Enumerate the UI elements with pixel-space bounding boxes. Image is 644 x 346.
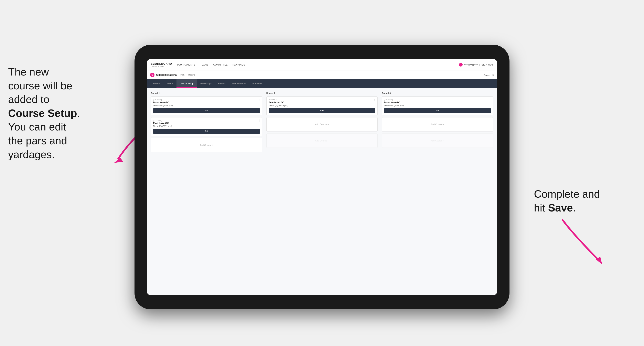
- top-nav-right: blair@clippd.io | Sign out: [459, 63, 493, 67]
- sign-out-link[interactable]: Sign out: [482, 63, 493, 67]
- round1-course-a-details: Yellow (M) (6629 yds): [153, 104, 260, 107]
- round1-course-b-card: ⋮ (Course B) East Lake GC Black (M) (689…: [151, 117, 262, 136]
- left-annotation: The new course will be added to Course S…: [8, 65, 94, 162]
- round-2-column: Round 2 ⋮ (Course A) Peachtree GC Yellow…: [266, 92, 378, 154]
- round2-add-course-button[interactable]: Add Course +: [266, 117, 378, 132]
- nav-teams[interactable]: TEAMS: [200, 63, 208, 67]
- round2-add-course-disabled-label: Add Course +: [315, 139, 329, 142]
- course-a-menu-icon[interactable]: ⋮: [258, 98, 260, 101]
- round3-add-course-button[interactable]: Add Course +: [382, 117, 493, 132]
- round2-add-course-disabled: Add Course +: [266, 134, 378, 148]
- tab-printables[interactable]: Printables: [249, 79, 266, 88]
- tab-results[interactable]: Results: [215, 79, 229, 88]
- user-email: blair@clippd.io: [464, 63, 478, 66]
- user-avatar: [459, 63, 462, 67]
- round1-course-b-edit-button[interactable]: Edit: [153, 129, 260, 134]
- round-3-label: Round 3: [382, 92, 493, 94]
- round1-course-b-details: Black (M) (6891 yds): [153, 125, 260, 127]
- tab-leaderboards[interactable]: Leaderboards: [229, 79, 249, 88]
- tablet-device: SCOREBOARD Powered by clippd TOURNAMENTS…: [134, 45, 510, 309]
- clippd-icon: C: [150, 73, 154, 77]
- round-3-column: Round 3 ⋮ (Course A) Peachtree GC Yellow…: [382, 92, 493, 154]
- tab-bar: Details Teams Course Setup Tee Groups Re…: [147, 79, 497, 88]
- round3-add-course-disabled-label: Add Course +: [430, 139, 444, 142]
- tournament-gender: (Men): [180, 74, 185, 76]
- round1-add-course-button[interactable]: Add Course +: [151, 138, 262, 152]
- round3-course-a-name: Peachtree GC: [384, 101, 491, 104]
- round3-course-a-tag: (Course A): [384, 99, 491, 101]
- round2-course-a-edit-button[interactable]: Edit: [268, 108, 376, 113]
- right-annotation: Complete and hit Save.: [534, 187, 620, 215]
- tab-course-setup[interactable]: Course Setup: [176, 79, 197, 88]
- tablet-screen: SCOREBOARD Powered by clippd TOURNAMENTS…: [147, 59, 497, 295]
- tab-tee-groups[interactable]: Tee Groups: [197, 79, 215, 88]
- tournament-title: C Clippd Invitational (Men) Hosting: [150, 73, 195, 77]
- tab-teams[interactable]: Teams: [164, 79, 176, 88]
- scoreboard-logo: SCOREBOARD Powered by clippd: [151, 62, 172, 67]
- main-content: Round 1 ⋮ (Course A) Peachtree GC Yellow…: [147, 88, 497, 295]
- round2-course-a-card: ⋮ (Course A) Peachtree GC Yellow (M) (66…: [266, 96, 378, 115]
- round2-course-a-details: Yellow (M) (6629 yds): [268, 104, 376, 107]
- tournament-name: Clippd Invitational: [156, 73, 177, 76]
- hosting-badge: Hosting: [188, 74, 195, 76]
- nav-committee[interactable]: COMMITTEE: [214, 63, 228, 67]
- top-nav: SCOREBOARD Powered by clippd TOURNAMENTS…: [147, 59, 497, 70]
- round-1-label: Round 1: [151, 92, 262, 94]
- nav-tournaments[interactable]: TOURNAMENTS: [177, 63, 195, 67]
- cancel-button[interactable]: Cancel ✕: [484, 73, 494, 77]
- round2-add-course-label: Add Course +: [315, 123, 329, 126]
- sub-nav: C Clippd Invitational (Men) Hosting Canc…: [147, 70, 497, 79]
- round2-course-a-tag: (Course A): [268, 99, 376, 101]
- round1-course-a-name: Peachtree GC: [153, 101, 260, 104]
- nav-rankings[interactable]: RANKINGS: [232, 63, 245, 67]
- round3-add-course-disabled: Add Course +: [382, 134, 493, 148]
- rounds-grid: Round 1 ⋮ (Course A) Peachtree GC Yellow…: [151, 92, 493, 154]
- separator: |: [479, 63, 480, 66]
- top-nav-links: TOURNAMENTS TEAMS COMMITTEE RANKINGS: [177, 63, 459, 67]
- round1-course-b-name: East Lake GC: [153, 122, 260, 125]
- round3-add-course-label: Add Course +: [430, 123, 444, 126]
- round1-course-b-tag: (Course B): [153, 120, 260, 122]
- round-1-column: Round 1 ⋮ (Course A) Peachtree GC Yellow…: [151, 92, 262, 154]
- round2-course-a-name: Peachtree GC: [268, 101, 376, 104]
- round3-course-a-edit-button[interactable]: Edit: [384, 108, 491, 113]
- round3-course-a-card: ⋮ (Course A) Peachtree GC Yellow (M) (66…: [382, 96, 493, 115]
- round1-course-a-card: ⋮ (Course A) Peachtree GC Yellow (M) (66…: [151, 96, 262, 115]
- tab-details[interactable]: Details: [150, 79, 164, 88]
- logo-sub-text: Powered by clippd: [151, 65, 172, 67]
- round1-course-a-edit-button[interactable]: Edit: [153, 108, 260, 113]
- round-2-label: Round 2: [266, 92, 378, 94]
- right-arrow-icon: [554, 216, 616, 269]
- course-b-menu-icon[interactable]: ⋮: [258, 119, 260, 122]
- round3-course-a-details: Yellow (M) (6629 yds): [384, 104, 491, 107]
- round1-course-a-tag: (Course A): [153, 99, 260, 101]
- round2-course-a-menu-icon[interactable]: ⋮: [373, 98, 376, 101]
- round1-add-course-label: Add Course +: [200, 144, 214, 146]
- round3-course-a-menu-icon[interactable]: ⋮: [489, 98, 491, 101]
- logo-main-text: SCOREBOARD: [151, 62, 172, 65]
